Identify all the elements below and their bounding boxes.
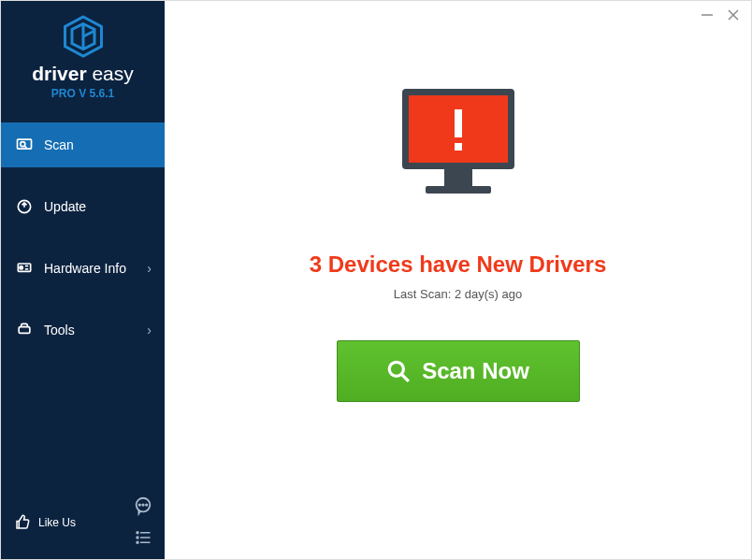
sidebar-item-hardware[interactable]: Hardware Info › <box>1 246 165 291</box>
thumbs-up-icon <box>12 514 33 531</box>
tools-icon <box>14 321 35 339</box>
scan-now-label: Scan Now <box>422 358 529 384</box>
status-headline: 3 Devices have New Drivers <box>310 251 607 278</box>
svg-rect-12 <box>19 327 30 334</box>
chevron-right-icon: › <box>147 323 152 337</box>
svg-line-33 <box>401 374 409 381</box>
svg-point-32 <box>389 362 403 376</box>
svg-point-5 <box>21 142 25 147</box>
sidebar-item-label: Update <box>44 199 86 214</box>
nav: Scan Update Hardware Info › <box>1 122 165 486</box>
main-area: 3 Devices have New Drivers Last Scan: 2 … <box>165 1 751 559</box>
chevron-right-icon: › <box>147 261 152 276</box>
svg-rect-31 <box>426 186 491 194</box>
hardware-info-icon <box>14 259 35 278</box>
svg-point-9 <box>20 266 22 269</box>
logo-area: driver easy PRO V 5.6.1 <box>1 1 165 109</box>
svg-point-17 <box>137 532 138 534</box>
window-controls <box>701 8 740 25</box>
logo-icon <box>61 14 106 59</box>
svg-line-3 <box>83 31 94 36</box>
svg-line-6 <box>24 146 26 148</box>
sidebar-footer: Like Us <box>1 486 165 559</box>
brand-name: driver easy <box>1 63 165 85</box>
like-us-button[interactable]: Like Us <box>12 514 76 531</box>
sidebar: driver easy PRO V 5.6.1 Scan Update <box>1 1 165 559</box>
scan-now-button[interactable]: Scan Now <box>337 340 580 402</box>
sidebar-item-label: Tools <box>44 323 75 337</box>
sidebar-item-tools[interactable]: Tools › <box>1 308 165 352</box>
svg-point-16 <box>146 504 147 505</box>
version-label: PRO V 5.6.1 <box>1 87 165 100</box>
update-icon <box>14 197 35 216</box>
scan-icon <box>14 136 35 154</box>
minimize-button[interactable] <box>701 8 714 25</box>
alert-monitor-icon <box>388 81 528 216</box>
svg-rect-30 <box>444 169 472 186</box>
sidebar-item-label: Hardware Info <box>44 261 126 276</box>
last-scan-label: Last Scan: 2 day(s) ago <box>394 287 522 301</box>
close-button[interactable] <box>727 8 740 25</box>
svg-rect-29 <box>455 143 462 151</box>
svg-point-19 <box>137 537 138 538</box>
sidebar-item-update[interactable]: Update <box>1 184 165 229</box>
svg-point-21 <box>137 541 138 543</box>
sidebar-item-label: Scan <box>44 137 74 152</box>
feedback-icon[interactable] <box>133 495 153 520</box>
like-us-label: Like Us <box>38 516 76 529</box>
sidebar-item-scan[interactable]: Scan <box>1 122 165 167</box>
menu-icon[interactable] <box>133 529 153 550</box>
svg-rect-28 <box>455 109 462 137</box>
svg-point-15 <box>142 504 143 505</box>
search-icon <box>386 359 411 383</box>
svg-point-14 <box>139 504 140 505</box>
